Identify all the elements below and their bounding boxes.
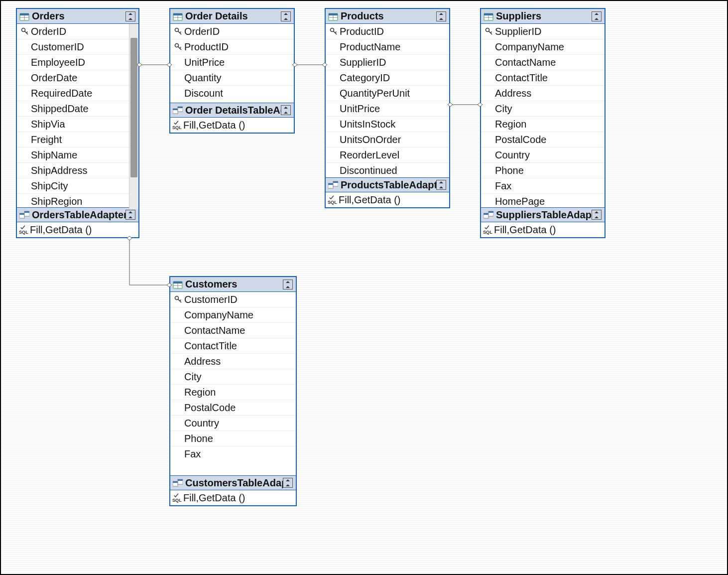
column-name: CategoryID	[340, 72, 390, 84]
columns-list[interactable]: OrderIDCustomerIDEmployeeIDOrderDateRequ…	[17, 24, 138, 207]
table-adapter-header[interactable]: OrdersTableAdapter	[17, 207, 138, 222]
table-header[interactable]: Products	[326, 9, 449, 24]
table-header[interactable]: Suppliers	[481, 9, 605, 24]
column-row[interactable]: Quantity	[170, 70, 294, 86]
column-row[interactable]: PostalCode	[170, 400, 296, 416]
column-row[interactable]: EmployeeID	[17, 55, 138, 70]
column-row[interactable]: RequiredDate	[17, 86, 138, 101]
dataset-designer-canvas[interactable]: OrdersOrderIDCustomerIDEmployeeIDOrderDa…	[0, 0, 728, 575]
table-orders[interactable]: OrdersOrderIDCustomerIDEmployeeIDOrderDa…	[16, 8, 139, 238]
column-row[interactable]: Address	[481, 86, 605, 101]
column-row[interactable]: ShipName	[17, 147, 138, 163]
scrollbar-thumb[interactable]	[130, 38, 137, 177]
table-adapter-header[interactable]: ProductsTableAdapter	[326, 177, 449, 192]
table-header[interactable]: Orders	[17, 9, 138, 24]
column-row[interactable]: CustomerID	[17, 39, 138, 55]
table-suppliers[interactable]: SuppliersSupplierIDCompanyNameContactNam…	[480, 8, 606, 238]
columns-list[interactable]: SupplierIDCompanyNameContactNameContactT…	[481, 24, 605, 207]
column-row[interactable]: Phone	[170, 431, 296, 446]
adapter-method[interactable]: SQLFill,GetData ()	[481, 222, 605, 237]
column-row[interactable]: ShipVia	[17, 117, 138, 132]
table-header[interactable]: Order Details	[170, 9, 294, 24]
column-row[interactable]: ShipCity	[17, 178, 138, 194]
column-row[interactable]: HomePage	[481, 194, 605, 207]
svg-text:SQL: SQL	[328, 200, 337, 205]
collapse-icon[interactable]	[592, 11, 602, 21]
column-row[interactable]: QuantityPerUnit	[326, 86, 449, 101]
table-customers[interactable]: CustomersCustomerIDCompanyNameContactNam…	[169, 276, 297, 506]
collapse-icon[interactable]	[283, 478, 293, 488]
svg-rect-59	[173, 481, 178, 483]
column-name: Phone	[495, 165, 524, 176]
column-row[interactable]: UnitPrice	[170, 55, 294, 70]
collapse-icon[interactable]	[125, 210, 135, 220]
column-row[interactable]: ShipAddress	[17, 163, 138, 178]
column-row[interactable]: ProductName	[326, 39, 449, 55]
collapse-icon[interactable]	[125, 11, 135, 21]
svg-line-6	[26, 32, 28, 33]
adapter-title: Order DetailsTableAdapter	[183, 105, 281, 116]
collapse-icon[interactable]	[281, 11, 291, 21]
column-row[interactable]: ContactTitle	[481, 70, 605, 86]
column-row[interactable]: Fax	[170, 446, 296, 461]
column-row[interactable]: Country	[481, 147, 605, 163]
adapter-method[interactable]: SQLFill,GetData ()	[326, 192, 449, 207]
primary-key-icon	[172, 295, 184, 304]
columns-list[interactable]: OrderIDProductIDUnitPriceQuantityDiscoun…	[170, 24, 294, 103]
adapter-method[interactable]: SQLFill,GetData ()	[17, 222, 138, 237]
column-row[interactable]: ProductID	[170, 39, 294, 55]
column-row[interactable]: UnitPrice	[326, 101, 449, 117]
table-header[interactable]: Customers	[170, 277, 296, 292]
column-row[interactable]: PostalCode	[481, 132, 605, 147]
collapse-icon[interactable]	[436, 180, 446, 190]
collapse-icon[interactable]	[592, 210, 602, 220]
column-row[interactable]: UnitsInStock	[326, 117, 449, 132]
column-row[interactable]: ProductID	[326, 24, 449, 39]
column-row[interactable]: SupplierID	[481, 24, 605, 39]
scrollbar[interactable]	[129, 24, 138, 209]
collapse-icon[interactable]	[283, 280, 293, 289]
column-row[interactable]: OrderID	[17, 24, 138, 39]
column-row[interactable]: Region	[481, 117, 605, 132]
table-adapter-header[interactable]: Order DetailsTableAdapter	[170, 103, 294, 118]
column-row[interactable]: Region	[170, 385, 296, 400]
column-row[interactable]: CompanyName	[170, 307, 296, 323]
column-row[interactable]: CategoryID	[326, 70, 449, 86]
adapter-icon	[483, 210, 494, 220]
column-row[interactable]: CustomerID	[170, 292, 296, 307]
column-row[interactable]: City	[481, 101, 605, 117]
column-row[interactable]: Discontinued	[326, 163, 449, 177]
column-name: City	[184, 371, 201, 383]
column-row[interactable]: ContactTitle	[170, 338, 296, 354]
column-row[interactable]: City	[170, 369, 296, 385]
column-row[interactable]: Country	[170, 416, 296, 431]
column-row[interactable]: ShipRegion	[17, 194, 138, 207]
collapse-icon[interactable]	[281, 105, 291, 115]
adapter-method[interactable]: SQLFill,GetData ()	[170, 490, 296, 505]
columns-list[interactable]: ProductIDProductNameSupplierIDCategoryID…	[326, 24, 449, 177]
column-row[interactable]: Phone	[481, 163, 605, 178]
column-row[interactable]: OrderDate	[17, 70, 138, 86]
column-row[interactable]: ContactName	[170, 323, 296, 338]
columns-list[interactable]: CustomerIDCompanyNameContactNameContactT…	[170, 292, 296, 475]
column-row[interactable]: Fax	[481, 178, 605, 194]
adapter-method[interactable]: SQLFill,GetData ()	[170, 118, 294, 133]
svg-rect-37	[333, 181, 338, 183]
column-row[interactable]: ShippedDate	[17, 101, 138, 117]
column-row[interactable]: Discount	[170, 86, 294, 101]
column-row[interactable]: Address	[170, 354, 296, 369]
column-row[interactable]: ContactName	[481, 55, 605, 70]
svg-text:SQL: SQL	[172, 125, 182, 130]
column-name: Address	[495, 88, 531, 99]
table-products[interactable]: ProductsProductIDProductNameSupplierIDCa…	[325, 8, 450, 208]
collapse-icon[interactable]	[436, 11, 446, 21]
table-adapter-header[interactable]: SuppliersTableAdapter	[481, 207, 605, 222]
column-row[interactable]: ReorderLevel	[326, 147, 449, 163]
table-orderdetails[interactable]: Order DetailsOrderIDProductIDUnitPriceQu…	[169, 8, 295, 134]
column-row[interactable]: OrderID	[170, 24, 294, 39]
column-row[interactable]: SupplierID	[326, 55, 449, 70]
column-row[interactable]: Freight	[17, 132, 138, 147]
column-row[interactable]: CompanyName	[481, 39, 605, 55]
table-adapter-header[interactable]: CustomersTableAdapter	[170, 475, 296, 490]
column-row[interactable]: UnitsOnOrder	[326, 132, 449, 147]
